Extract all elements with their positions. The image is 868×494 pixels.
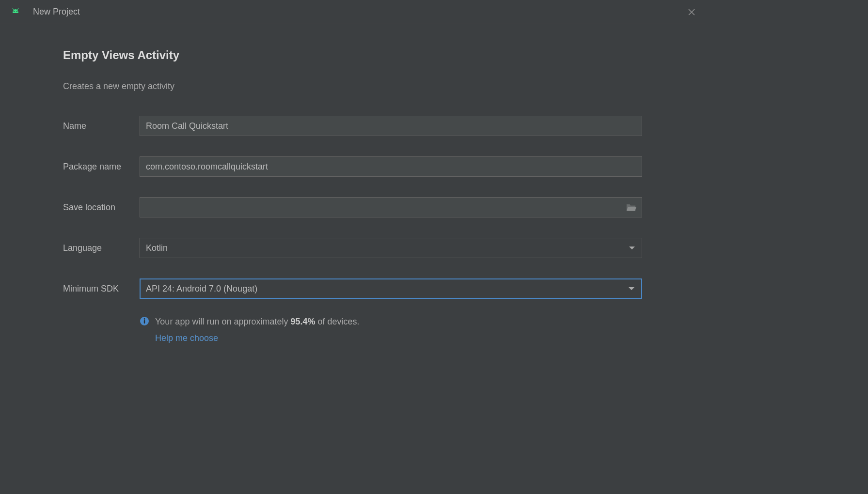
titlebar: New Project	[0, 0, 705, 24]
package-name-label: Package name	[63, 162, 140, 172]
form-row-save-location: Save location	[63, 197, 642, 217]
form-row-name: Name	[63, 116, 642, 136]
save-location-label: Save location	[63, 202, 140, 213]
name-input[interactable]	[140, 116, 642, 136]
language-select[interactable]: Kotlin	[140, 238, 642, 258]
android-icon	[10, 6, 21, 18]
form-row-language: Language Kotlin	[63, 238, 642, 258]
info-icon	[140, 316, 149, 326]
svg-line-3	[17, 8, 18, 10]
package-name-input[interactable]	[140, 156, 642, 177]
form-row-package: Package name	[63, 156, 642, 177]
page-subtitle: Creates a new empty activity	[63, 81, 642, 92]
svg-point-1	[16, 11, 17, 12]
page-title: Empty Views Activity	[63, 48, 642, 62]
svg-point-7	[144, 318, 145, 320]
content-area: Empty Views Activity Creates a new empty…	[0, 24, 705, 363]
svg-rect-8	[144, 320, 145, 324]
language-select-value: Kotlin	[146, 243, 168, 253]
form-row-minimum-sdk: Minimum SDK API 24: Android 7.0 (Nougat)	[63, 278, 642, 299]
chevron-down-icon	[629, 287, 634, 290]
chevron-down-icon	[629, 247, 635, 249]
minimum-sdk-select-value: API 24: Android 7.0 (Nougat)	[146, 284, 257, 294]
sdk-info-row: Your app will run on approximately 95.4%…	[140, 315, 642, 343]
language-label: Language	[63, 243, 140, 253]
svg-line-2	[13, 8, 14, 10]
close-icon[interactable]	[688, 8, 695, 16]
minimum-sdk-select[interactable]: API 24: Android 7.0 (Nougat)	[140, 278, 642, 299]
save-location-input[interactable]	[140, 197, 642, 217]
sdk-coverage-text: Your app will run on approximately 95.4%…	[155, 315, 360, 328]
minimum-sdk-label: Minimum SDK	[63, 284, 140, 294]
help-me-choose-link[interactable]: Help me choose	[155, 333, 360, 343]
name-label: Name	[63, 121, 140, 131]
folder-browse-icon[interactable]	[626, 203, 636, 212]
window-title: New Project	[33, 7, 80, 17]
svg-point-0	[14, 11, 15, 12]
